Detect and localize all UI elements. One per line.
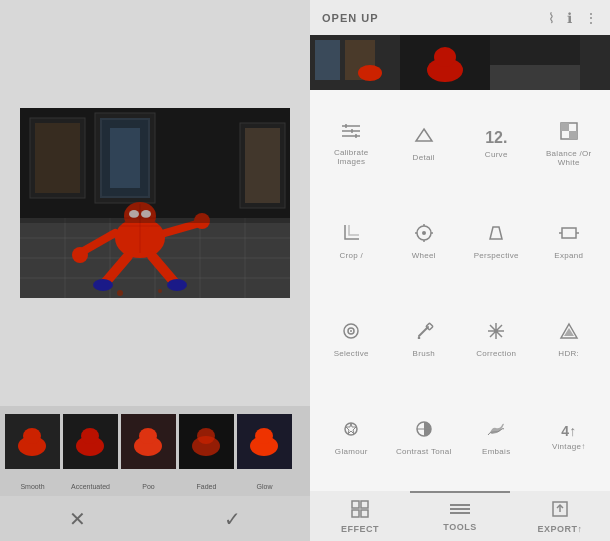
svg-rect-69	[569, 131, 577, 139]
confirm-button[interactable]: ✓	[224, 507, 241, 531]
svg-point-44	[139, 428, 157, 444]
preview-strip-inner	[310, 35, 580, 90]
tool-contrast[interactable]: Contrast Tonal	[388, 388, 461, 486]
curve-label: Curve	[485, 150, 508, 159]
film-label-4: Faded	[179, 483, 234, 490]
svg-rect-59	[490, 65, 580, 90]
film-item-4[interactable]	[179, 414, 234, 469]
balance-label: Balance /Or White	[537, 149, 602, 167]
tool-calibrate[interactable]: Calibrate Images	[315, 95, 388, 193]
tool-balance[interactable]: Balance /Or White	[533, 95, 606, 193]
more-icon[interactable]: ⋮	[584, 10, 598, 26]
film-label-1: Smooth	[5, 483, 60, 490]
film-labels: Smooth Accentuated Poo Faded Glow	[0, 476, 310, 496]
effect-tab-icon	[351, 500, 369, 522]
svg-point-33	[117, 290, 123, 296]
detail-label: Detail	[413, 153, 435, 162]
svg-point-29	[167, 279, 187, 291]
svg-marker-76	[490, 227, 502, 239]
bottom-tabs: EFFECT TOOLS E	[310, 491, 610, 541]
calibrate-icon	[340, 122, 362, 145]
tool-hdr[interactable]: HDR:	[533, 291, 606, 389]
right-panel: OPEN UP ⌇ ℹ ⋮	[310, 0, 610, 541]
svg-rect-68	[561, 123, 569, 131]
tool-selective[interactable]: Selective	[315, 291, 388, 389]
brush-icon	[414, 321, 434, 346]
tools-grid: Calibrate Images Detail 12. Curve B	[310, 90, 610, 491]
preview-strip	[310, 35, 610, 90]
film-item-1[interactable]	[5, 414, 60, 469]
cancel-button[interactable]: ✕	[69, 507, 86, 531]
contrast-label: Contrast Tonal	[396, 447, 452, 456]
svg-point-41	[81, 428, 99, 444]
wifi-icon[interactable]: ⌇	[548, 10, 555, 26]
correction-icon	[486, 321, 506, 346]
svg-rect-98	[352, 510, 359, 517]
svg-point-34	[158, 289, 162, 293]
tool-wheel[interactable]: Wheel	[388, 193, 461, 291]
tool-embais[interactable]: Embais	[460, 388, 533, 486]
tool-correction[interactable]: Correction	[460, 291, 533, 389]
svg-point-54	[358, 65, 382, 81]
svg-point-71	[422, 231, 426, 235]
expand-label: Expand	[554, 251, 583, 260]
svg-point-26	[72, 247, 88, 263]
glamour-label: Glamour	[335, 447, 368, 456]
wheel-icon	[414, 223, 434, 248]
main-image	[20, 108, 290, 298]
svg-rect-99	[361, 510, 368, 517]
tool-brush[interactable]: Brush	[388, 291, 461, 389]
wheel-label: Wheel	[412, 251, 436, 260]
perspective-icon	[486, 223, 506, 248]
film-label-5: Glow	[237, 483, 292, 490]
embais-icon	[486, 419, 506, 444]
svg-rect-35	[20, 108, 290, 223]
svg-rect-96	[352, 501, 359, 508]
contrast-icon	[414, 419, 434, 444]
svg-point-38	[23, 428, 41, 444]
left-panel: Smooth Accentuated Poo Faded Glow ✕ ✓	[0, 0, 310, 541]
glamour-icon	[341, 419, 361, 444]
film-item-5[interactable]	[237, 414, 292, 469]
film-item-2[interactable]	[63, 414, 118, 469]
svg-point-50	[255, 428, 273, 444]
svg-point-82	[350, 330, 352, 332]
brush-label: Brush	[413, 349, 435, 358]
tab-tools[interactable]: TOOLS	[410, 491, 510, 541]
svg-point-47	[197, 428, 215, 444]
tool-glamour[interactable]: Glamour	[315, 388, 388, 486]
svg-point-89	[494, 329, 498, 333]
calibrate-label: Calibrate Images	[319, 148, 384, 166]
crop-icon	[341, 223, 361, 248]
svg-marker-66	[416, 129, 432, 141]
film-item-3[interactable]	[121, 414, 176, 469]
svg-point-57	[434, 47, 456, 67]
tool-detail[interactable]: Detail	[388, 95, 461, 193]
tool-curve[interactable]: 12. Curve	[460, 95, 533, 193]
tool-perspective[interactable]: Perspective	[460, 193, 533, 291]
open-up-label: OPEN UP	[322, 12, 379, 24]
balance-icon	[559, 121, 579, 146]
filmstrip	[0, 406, 310, 476]
detail-icon	[414, 125, 434, 150]
svg-rect-97	[361, 501, 368, 508]
tool-vintage[interactable]: 4↑ Vintage↑	[533, 388, 606, 486]
preview-frame-2	[400, 35, 490, 90]
info-icon[interactable]: ℹ	[567, 10, 572, 26]
tool-expand[interactable]: Expand	[533, 193, 606, 291]
vintage-label: Vintage↑	[552, 442, 585, 451]
perspective-label: Perspective	[474, 251, 519, 260]
expand-icon	[559, 223, 579, 248]
vintage-icon: 4↑	[561, 423, 576, 439]
tab-export[interactable]: EXPORT↑	[510, 491, 610, 541]
main-image-container	[0, 0, 310, 406]
tools-tab-label: TOOLS	[443, 522, 476, 532]
hdr-label: HDR:	[558, 349, 579, 358]
tool-crop[interactable]: Crop /	[315, 193, 388, 291]
film-label-2: Accentuated	[63, 483, 118, 490]
tab-effect[interactable]: EFFECT	[310, 491, 410, 541]
export-tab-label: EXPORT↑	[537, 524, 582, 534]
effect-tab-label: EFFECT	[341, 524, 379, 534]
header-icons: ⌇ ℹ ⋮	[548, 10, 598, 26]
selective-label: Selective	[334, 349, 369, 358]
